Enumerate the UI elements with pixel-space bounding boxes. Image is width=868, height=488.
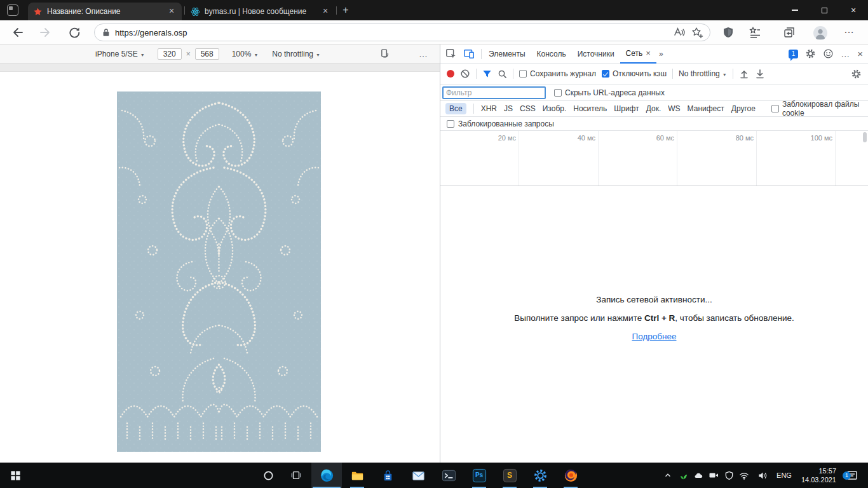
more-tabs-icon[interactable]: » (656, 50, 666, 58)
type-filter-all[interactable]: Все (445, 103, 466, 114)
action-center-button[interactable]: 1 (844, 463, 860, 488)
type-filter-font[interactable]: Шрифт (614, 104, 639, 113)
taskbar-app-s[interactable]: S (494, 463, 525, 488)
taskbar-app-settings[interactable] (525, 463, 555, 488)
read-aloud-icon[interactable] (673, 26, 686, 39)
devtools-menu-icon[interactable]: … (841, 49, 850, 59)
profile-avatar[interactable] (813, 26, 827, 40)
address-bar[interactable] (94, 24, 710, 41)
tray-plant-icon[interactable] (677, 463, 689, 488)
timeline-scrollbar-thumb[interactable] (863, 132, 867, 142)
record-network-log-icon[interactable] (447, 70, 454, 78)
browser-tab-1[interactable]: Название: Описание × (28, 3, 182, 20)
gridline (677, 131, 677, 186)
page-image-damask-pattern (117, 92, 321, 452)
device-throttling-select[interactable]: No throttling▼ (272, 50, 320, 58)
collections-icon[interactable] (783, 26, 796, 39)
taskbar-app-firefox[interactable] (555, 463, 586, 488)
tray-volume[interactable] (756, 463, 769, 488)
blocked-cookies-label: Заблокировал файлы cookie (782, 100, 863, 118)
issues-counter[interactable]: 1 (789, 50, 799, 58)
taskbar-app-file-explorer[interactable] (342, 463, 372, 488)
taskbar-app-store[interactable] (372, 463, 403, 488)
folder-icon (350, 468, 365, 483)
device-toolbar-toggle-icon[interactable] (463, 48, 475, 60)
start-button[interactable] (0, 463, 31, 488)
minimize-button[interactable] (780, 0, 810, 20)
url-input[interactable] (115, 28, 668, 37)
type-filter-xhr[interactable]: XHR (481, 104, 497, 113)
cloud-icon (693, 470, 703, 480)
type-filter-ws[interactable]: WS (668, 104, 680, 113)
taskbar-app-photoshop[interactable]: Ps (464, 463, 494, 488)
network-throttling-select[interactable]: No throttling▼ (679, 69, 727, 78)
zoom-select[interactable]: 100%▼ (232, 50, 259, 58)
tab-close-icon[interactable]: × (166, 6, 177, 17)
tray-language[interactable]: ENG (774, 463, 794, 488)
maximize-button[interactable] (810, 0, 839, 20)
cortana-button[interactable] (254, 463, 282, 488)
favorites-icon[interactable] (749, 26, 761, 39)
clear-network-log-icon[interactable] (460, 69, 470, 79)
type-filter-manifest[interactable]: Манифест (688, 104, 724, 113)
gear-app-icon (533, 468, 548, 483)
back-icon[interactable] (11, 26, 24, 39)
devtools-close-icon[interactable]: × (857, 48, 863, 59)
type-filter-doc[interactable]: Док. (646, 104, 661, 113)
type-filter-other[interactable]: Другое (731, 104, 756, 113)
browser-tab-2[interactable]: bymas.ru | Новое сообщение × (186, 3, 336, 20)
lock-icon (101, 27, 111, 37)
blocked-requests-checkbox[interactable] (447, 120, 454, 128)
network-toolbar: Сохранить журнал Отключить кэш No thrott… (440, 64, 868, 85)
import-har-icon[interactable] (739, 69, 749, 79)
settings-gear-icon[interactable] (805, 48, 816, 59)
device-toolbar-menu-icon[interactable]: … (419, 49, 428, 59)
type-filter-img[interactable]: Изобр. (543, 104, 567, 113)
taskbar-app-edge[interactable] (311, 463, 342, 488)
type-filter-css[interactable]: CSS (520, 104, 536, 113)
tab-close-icon[interactable]: × (646, 48, 651, 58)
tray-network[interactable] (738, 463, 750, 488)
preserve-log-checkbox[interactable] (519, 70, 527, 78)
tray-clock[interactable]: 15:57 14.03.2021 (797, 463, 836, 488)
new-tab-button[interactable]: + (339, 4, 352, 17)
search-icon[interactable] (498, 69, 507, 79)
tab-network[interactable]: Сеть× (620, 44, 656, 64)
taskbar-app-mail[interactable] (403, 463, 433, 488)
network-filter-input[interactable] (442, 86, 546, 99)
disable-cache-checkbox[interactable] (602, 70, 609, 78)
tab-close-icon[interactable]: × (320, 6, 330, 17)
network-empty-state: Запись сетевой активности... Выполните з… (440, 295, 868, 341)
device-select[interactable]: iPhone 5/SE▼ (95, 50, 145, 58)
type-filter-media[interactable]: Носитель (573, 104, 607, 113)
adblock-shield-icon[interactable] (722, 26, 735, 39)
learn-more-link[interactable]: Подробнее (632, 332, 676, 341)
task-view-button[interactable] (282, 463, 310, 488)
tab-console[interactable]: Консоль (531, 44, 572, 64)
tab-activity-icon[interactable] (7, 4, 18, 16)
add-favorite-star-icon[interactable] (691, 26, 703, 39)
device-width-input[interactable]: 320 (158, 48, 182, 60)
hide-data-urls-checkbox[interactable] (554, 89, 562, 97)
tab-elements[interactable]: Элементы (483, 44, 531, 64)
tray-security[interactable] (723, 463, 735, 488)
rotate-device-icon[interactable] (380, 48, 391, 59)
blocked-cookies-checkbox[interactable] (771, 105, 779, 112)
forward-icon[interactable] (39, 26, 52, 39)
tray-hidden-icons-chevron[interactable] (662, 463, 674, 488)
window-close-button[interactable]: × (839, 0, 868, 20)
inspect-element-icon[interactable] (445, 48, 457, 60)
reload-icon[interactable] (68, 26, 81, 39)
type-filter-js[interactable]: JS (504, 104, 513, 113)
export-har-icon[interactable] (755, 69, 765, 79)
tray-onedrive[interactable] (693, 463, 704, 488)
network-settings-gear-icon[interactable] (851, 69, 862, 79)
tray-meet-now[interactable] (708, 463, 719, 488)
filter-funnel-icon[interactable] (482, 69, 492, 79)
taskbar-app-terminal[interactable] (433, 463, 464, 488)
browser-menu-icon[interactable]: … (844, 24, 857, 37)
horizontal-scrollbar[interactable] (0, 64, 440, 72)
feedback-smiley-icon[interactable] (823, 48, 834, 59)
tab-sources[interactable]: Источники (572, 44, 620, 64)
device-height-input[interactable]: 568 (195, 48, 219, 60)
